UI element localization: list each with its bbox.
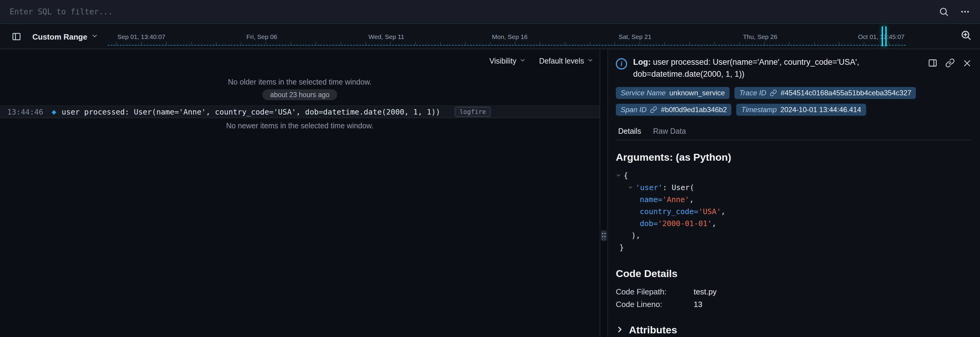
log-list-panel: Visibility Default levels No older items…: [0, 49, 600, 337]
code-filepath-label: Code Filepath:: [616, 287, 694, 296]
collapse-caret-icon[interactable]: [628, 184, 633, 190]
log-row[interactable]: 13:44:46 ◆ user processed: User(name='An…: [0, 105, 600, 118]
code-lineno-value: 13: [694, 300, 702, 309]
code-details-heading: Code Details: [616, 268, 972, 280]
timeline-label: Fri, Sep 06: [247, 33, 277, 40]
code-line: country_code='USA',: [640, 205, 972, 217]
tab-details[interactable]: Details: [616, 123, 651, 140]
time-range-selector[interactable]: Custom Range: [32, 32, 98, 41]
log-message: user processed: User(name='Anne', countr…: [62, 107, 440, 116]
detail-title: Log: user processed: User(name='Anne', c…: [633, 56, 892, 80]
no-older-items-message: No older items in the selected time wind…: [0, 78, 600, 86]
default-levels-dropdown[interactable]: Default levels: [539, 57, 593, 65]
sql-filter-bar: [0, 0, 980, 24]
timeline-label-end: Oct 01, 13:45:07: [858, 33, 905, 40]
zoom-in-icon[interactable]: [960, 29, 972, 41]
code-line: }: [619, 241, 972, 253]
log-timestamp: 13:44:46: [7, 107, 43, 116]
code-filepath-value: test.py: [694, 287, 717, 296]
default-levels-label: Default levels: [539, 57, 584, 65]
timeline-baseline: [108, 45, 906, 46]
log-scope-tag[interactable]: logfire: [455, 107, 491, 117]
timeline-selection-brush[interactable]: [882, 26, 886, 46]
time-range-label: Custom Range: [32, 32, 87, 41]
chevron-right-icon: [616, 325, 624, 336]
chevron-down-icon: [519, 57, 526, 65]
service-name-label: Service Name: [620, 89, 666, 97]
detail-title-prefix: Log:: [633, 57, 651, 67]
code-line: ),: [632, 229, 972, 241]
attributes-heading: Attributes: [629, 324, 677, 336]
arguments-heading: Arguments: (as Python): [616, 152, 972, 164]
chevron-down-icon: [91, 32, 98, 41]
visibility-label: Visibility: [489, 57, 516, 65]
main-content: Visibility Default levels No older items…: [0, 49, 980, 337]
arguments-code-tree: { 'user': User( name='Anne', country_cod…: [616, 169, 972, 253]
search-icon[interactable]: [939, 6, 949, 17]
sql-filter-input[interactable]: [10, 7, 939, 16]
timestamp-value: 2024-10-01 13:44:46.414: [780, 105, 861, 114]
open-in-panel-icon[interactable]: [928, 58, 937, 68]
span-id-value: #b0f0d9ed1ab346b2: [661, 105, 727, 114]
trace-id-label: Trace ID: [739, 89, 766, 97]
log-level-diamond-icon: ◆: [51, 109, 56, 115]
panel-resize-divider[interactable]: [600, 49, 608, 337]
app-root: Custom Range Sep 01, 13:40:07 Fri, Sep 0…: [0, 0, 980, 337]
metadata-badges: Service Name unknown_service Trace ID #4…: [616, 87, 939, 116]
sidebar-toggle-icon[interactable]: [8, 29, 24, 45]
code-line: dob='2000-01-01',: [640, 217, 972, 229]
trace-id-badge[interactable]: Trace ID #454514c0168a455a51bb4ceba354c3…: [734, 87, 916, 99]
code-lineno-row: Code Lineno: 13: [616, 298, 972, 311]
link-icon: [770, 89, 777, 97]
code-lineno-label: Code Lineno:: [616, 300, 694, 309]
trace-id-value: #454514c0168a455a51bb4ceba354c327: [781, 89, 911, 97]
service-name-value: unknown_service: [670, 89, 725, 97]
timestamp-label: Timestamp: [741, 105, 777, 114]
timestamp-badge: Timestamp 2024-10-01 13:44:46.414: [737, 104, 866, 116]
span-id-label: Span ID: [620, 105, 647, 114]
span-id-badge[interactable]: Span ID #b0f0d9ed1ab346b2: [616, 104, 732, 116]
timeline-label-start: Sep 01, 13:40:07: [118, 33, 165, 40]
close-icon[interactable]: [963, 58, 972, 68]
visibility-dropdown[interactable]: Visibility: [489, 57, 526, 65]
code-line: {: [616, 169, 972, 181]
timeline-label: Mon, Sep 16: [492, 33, 527, 40]
copy-link-icon[interactable]: [945, 58, 955, 68]
link-icon: [650, 106, 657, 113]
chevron-down-icon: [587, 57, 593, 65]
timeline-label: Sat, Sep 21: [619, 33, 651, 40]
attributes-section-toggle[interactable]: Attributes: [616, 324, 972, 336]
detail-tabs: Details Raw Data: [616, 123, 972, 140]
tab-raw-data[interactable]: Raw Data: [651, 123, 693, 140]
timeline-label: Thu, Sep 26: [743, 33, 777, 40]
relative-time-badge: about 23 hours ago: [262, 89, 337, 100]
code-line: 'user': User(: [628, 181, 972, 193]
more-options-icon[interactable]: [959, 6, 970, 17]
drag-handle-icon[interactable]: [601, 230, 607, 241]
timeline-track[interactable]: Sep 01, 13:40:07 Fri, Sep 06 Wed, Sep 11…: [108, 24, 906, 49]
code-filepath-row: Code Filepath: test.py: [616, 286, 972, 298]
timeline-ticks: [116, 42, 905, 45]
timeline-bar: Custom Range Sep 01, 13:40:07 Fri, Sep 0…: [0, 24, 980, 49]
timeline-label: Wed, Sep 11: [368, 33, 404, 40]
service-name-badge: Service Name unknown_service: [616, 87, 730, 99]
collapse-caret-icon[interactable]: [616, 172, 621, 178]
info-icon: i: [616, 58, 627, 70]
detail-title-text: user processed: User(name='Anne', countr…: [633, 57, 859, 78]
log-detail-panel: i Log: user processed: User(name='Anne',…: [608, 49, 980, 337]
no-newer-items-message: No newer items in the selected time wind…: [0, 122, 600, 130]
code-line: name='Anne',: [640, 193, 972, 205]
